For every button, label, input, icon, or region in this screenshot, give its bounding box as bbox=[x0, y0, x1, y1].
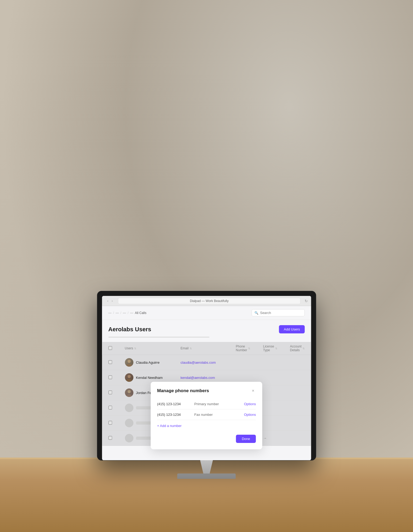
modal-close-button[interactable]: × bbox=[250, 388, 256, 393]
breadcrumb-current: All Calls bbox=[135, 311, 146, 315]
modal-overlay: Manage phone numbers × (415) 123-1234 Pr… bbox=[102, 342, 311, 446]
app-content: — / — / — / — All Calls 🔍 bbox=[102, 306, 311, 460]
modal-title: Manage phone numbers bbox=[157, 388, 209, 393]
nav-arrows: ‹ › bbox=[106, 298, 114, 303]
reload-button[interactable]: ↻ bbox=[305, 299, 308, 303]
breadcrumb-seg3: — bbox=[123, 311, 126, 315]
done-button[interactable]: Done bbox=[236, 435, 256, 443]
phone-number-primary: (415) 123-1234 bbox=[157, 402, 194, 406]
add-number-row: + Add a number bbox=[157, 420, 256, 430]
add-number-link[interactable]: + Add a number bbox=[157, 424, 181, 428]
breadcrumb: — / — / — / — All Calls bbox=[108, 311, 146, 315]
modal-footer: Done bbox=[157, 435, 256, 443]
breadcrumb-sep3: / bbox=[127, 311, 128, 315]
options-link-primary[interactable]: Options bbox=[244, 402, 256, 406]
manage-phone-modal: Manage phone numbers × (415) 123-1234 Pr… bbox=[151, 382, 262, 449]
browser-title: Dialpad — Work Beautifully bbox=[190, 299, 229, 303]
breadcrumb-sep1: / bbox=[113, 311, 114, 315]
top-nav: — / — / — / — All Calls 🔍 bbox=[102, 306, 311, 320]
breadcrumb-seg4: — bbox=[130, 311, 133, 315]
phone-number-fax: (415) 123-1234 bbox=[157, 413, 194, 417]
options-link-fax[interactable]: Options bbox=[244, 413, 256, 417]
phone-type-primary: Primary number bbox=[194, 402, 244, 406]
progress-bar-wrap bbox=[102, 337, 311, 342]
monitor-container: ‹ › Dialpad — Work Beautifully ↻ — / — / bbox=[97, 291, 316, 479]
forward-arrow[interactable]: › bbox=[110, 298, 114, 303]
phone-row-primary: (415) 123-1234 Primary number Options bbox=[157, 399, 256, 409]
back-arrow[interactable]: ‹ bbox=[106, 298, 109, 303]
browser-bar: ‹ › Dialpad — Work Beautifully ↻ bbox=[102, 296, 311, 306]
address-bar[interactable]: Dialpad — Work Beautifully bbox=[118, 298, 300, 304]
breadcrumb-seg2: — bbox=[116, 311, 119, 315]
add-users-button[interactable]: Add Users bbox=[279, 325, 305, 333]
phone-row-fax: (415) 123-1234 Fax number Options bbox=[157, 409, 256, 420]
phone-type-fax: Fax number bbox=[194, 413, 244, 417]
stand-base bbox=[177, 474, 236, 479]
breadcrumb-seg1: — bbox=[108, 311, 112, 315]
monitor-stand bbox=[177, 460, 236, 479]
search-bar[interactable]: 🔍 bbox=[252, 309, 305, 316]
search-input[interactable] bbox=[260, 311, 302, 315]
progress-bar-track bbox=[108, 337, 209, 338]
progress-bar-fill bbox=[108, 337, 209, 338]
modal-header: Manage phone numbers × bbox=[157, 388, 256, 393]
monitor: ‹ › Dialpad — Work Beautifully ↻ — / — / bbox=[97, 291, 316, 460]
monitor-screen: ‹ › Dialpad — Work Beautifully ↻ — / — / bbox=[102, 296, 311, 460]
search-icon: 🔍 bbox=[254, 311, 258, 315]
page-title: Aerolabs Users bbox=[108, 326, 151, 333]
stand-neck bbox=[196, 460, 217, 474]
page-header: Aerolabs Users Add Users bbox=[102, 320, 311, 337]
breadcrumb-sep2: / bbox=[120, 311, 121, 315]
table-container: Users ⇅ Email ⇅ bbox=[102, 342, 311, 446]
